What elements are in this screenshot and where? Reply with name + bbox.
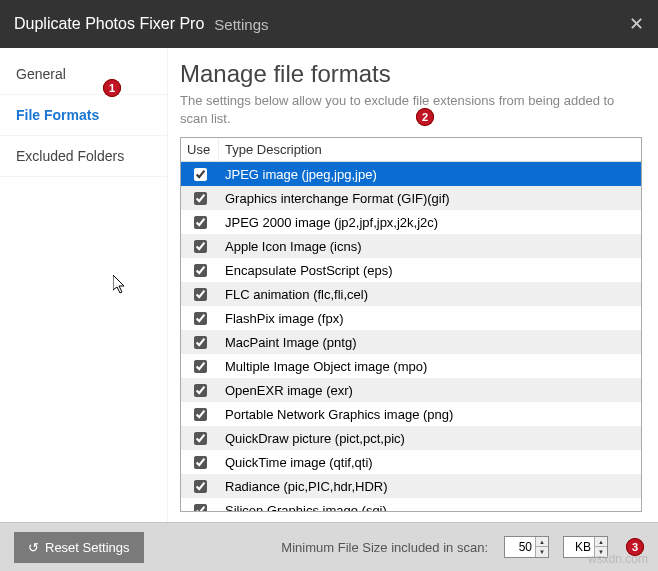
use-checkbox[interactable] bbox=[194, 240, 207, 253]
format-description: Encapsulate PostScript (eps) bbox=[219, 263, 641, 278]
format-row[interactable]: Portable Network Graphics image (png) bbox=[181, 402, 641, 426]
format-row[interactable]: JPEG 2000 image (jp2,jpf,jpx,j2k,j2c) bbox=[181, 210, 641, 234]
page-heading: Manage file formats bbox=[180, 60, 642, 88]
sidebar-item-label: File Formats bbox=[16, 107, 99, 123]
use-checkbox[interactable] bbox=[194, 168, 207, 181]
format-row[interactable]: Radiance (pic,PIC,hdr,HDR) bbox=[181, 474, 641, 498]
format-description: Radiance (pic,PIC,hdr,HDR) bbox=[219, 479, 641, 494]
title-bar: Duplicate Photos Fixer Pro Settings ✕ bbox=[0, 0, 658, 48]
format-description: JPEG 2000 image (jp2,jpf,jpx,j2k,j2c) bbox=[219, 215, 641, 230]
format-row[interactable]: Multiple Image Object image (mpo) bbox=[181, 354, 641, 378]
format-description: Apple Icon Image (icns) bbox=[219, 239, 641, 254]
use-checkbox[interactable] bbox=[194, 480, 207, 493]
col-header-type-description[interactable]: Type Description bbox=[219, 138, 641, 161]
annotation-marker-2: 2 bbox=[416, 108, 434, 126]
window-subtitle: Settings bbox=[214, 16, 268, 33]
format-description: JPEG image (jpeg,jpg,jpe) bbox=[219, 167, 641, 182]
use-checkbox[interactable] bbox=[194, 264, 207, 277]
page-description: The settings below allow you to exclude … bbox=[180, 92, 642, 127]
format-row[interactable]: FlashPix image (fpx) bbox=[181, 306, 641, 330]
sidebar-item-file-formats[interactable]: File Formats 1 bbox=[0, 95, 167, 136]
col-header-use[interactable]: Use bbox=[181, 138, 219, 161]
formats-grid: Use Type Description JPEG image (jpeg,jp… bbox=[180, 137, 642, 512]
use-checkbox[interactable] bbox=[194, 408, 207, 421]
size-down-icon[interactable]: ▼ bbox=[536, 547, 548, 557]
format-description: Graphics interchange Format (GIF)(gif) bbox=[219, 191, 641, 206]
grid-body[interactable]: JPEG image (jpeg,jpg,jpe)Graphics interc… bbox=[181, 162, 641, 511]
format-description: FlashPix image (fpx) bbox=[219, 311, 641, 326]
sidebar-item-label: Excluded Folders bbox=[16, 148, 124, 164]
format-description: Multiple Image Object image (mpo) bbox=[219, 359, 641, 374]
format-row[interactable]: JPEG image (jpeg,jpg,jpe) bbox=[181, 162, 641, 186]
annotation-marker-1: 1 bbox=[103, 79, 121, 97]
format-description: MacPaint Image (pntg) bbox=[219, 335, 641, 350]
grid-header: Use Type Description bbox=[181, 138, 641, 162]
use-checkbox[interactable] bbox=[194, 312, 207, 325]
close-icon[interactable]: ✕ bbox=[629, 13, 644, 35]
unit-up-icon[interactable]: ▲ bbox=[595, 537, 607, 547]
min-filesize-input[interactable] bbox=[505, 537, 535, 557]
format-row[interactable]: Graphics interchange Format (GIF)(gif) bbox=[181, 186, 641, 210]
sidebar: General File Formats 1 Excluded Folders bbox=[0, 48, 168, 522]
format-description: Silicon Graphics image (sgi) bbox=[219, 503, 641, 511]
footer-bar: ↺ Reset Settings Minimum File Size inclu… bbox=[0, 522, 658, 571]
app-title: Duplicate Photos Fixer Pro bbox=[14, 15, 204, 33]
format-row[interactable]: Apple Icon Image (icns) bbox=[181, 234, 641, 258]
size-up-icon[interactable]: ▲ bbox=[536, 537, 548, 547]
format-description: OpenEXR image (exr) bbox=[219, 383, 641, 398]
reset-label: Reset Settings bbox=[45, 540, 130, 555]
min-filesize-label: Minimum File Size included in scan: bbox=[281, 540, 488, 555]
min-filesize-value-spinner[interactable]: ▲ ▼ bbox=[504, 536, 549, 558]
main-panel: Manage file formats The settings below a… bbox=[168, 48, 658, 522]
format-description: Portable Network Graphics image (png) bbox=[219, 407, 641, 422]
use-checkbox[interactable] bbox=[194, 360, 207, 373]
use-checkbox[interactable] bbox=[194, 456, 207, 469]
format-row[interactable]: MacPaint Image (pntg) bbox=[181, 330, 641, 354]
use-checkbox[interactable] bbox=[194, 504, 207, 511]
use-checkbox[interactable] bbox=[194, 288, 207, 301]
sidebar-item-general[interactable]: General bbox=[0, 54, 167, 95]
format-row[interactable]: QuickDraw picture (pict,pct,pic) bbox=[181, 426, 641, 450]
reset-settings-button[interactable]: ↺ Reset Settings bbox=[14, 532, 144, 563]
format-row[interactable]: OpenEXR image (exr) bbox=[181, 378, 641, 402]
format-row[interactable]: Encapsulate PostScript (eps) bbox=[181, 258, 641, 282]
format-description: QuickDraw picture (pict,pct,pic) bbox=[219, 431, 641, 446]
format-description: FLC animation (flc,fli,cel) bbox=[219, 287, 641, 302]
format-description: QuickTime image (qtif,qti) bbox=[219, 455, 641, 470]
watermark: wsxdn.com bbox=[588, 552, 648, 566]
use-checkbox[interactable] bbox=[194, 192, 207, 205]
reset-icon: ↺ bbox=[28, 540, 39, 555]
sidebar-item-excluded-folders[interactable]: Excluded Folders bbox=[0, 136, 167, 177]
format-row[interactable]: FLC animation (flc,fli,cel) bbox=[181, 282, 641, 306]
use-checkbox[interactable] bbox=[194, 384, 207, 397]
sidebar-item-label: General bbox=[16, 66, 66, 82]
format-row[interactable]: Silicon Graphics image (sgi) bbox=[181, 498, 641, 511]
use-checkbox[interactable] bbox=[194, 336, 207, 349]
format-row[interactable]: QuickTime image (qtif,qti) bbox=[181, 450, 641, 474]
use-checkbox[interactable] bbox=[194, 432, 207, 445]
use-checkbox[interactable] bbox=[194, 216, 207, 229]
